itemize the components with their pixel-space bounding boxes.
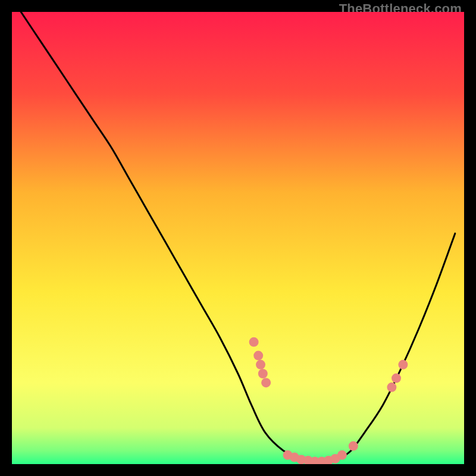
bottleneck-chart [12, 12, 464, 464]
data-marker [349, 441, 358, 451]
data-marker [261, 378, 271, 387]
data-marker [387, 383, 396, 392]
data-marker [337, 450, 347, 460]
data-marker [258, 369, 268, 378]
chart-background-gradient [12, 12, 464, 464]
data-marker [256, 360, 265, 369]
data-marker [398, 360, 408, 369]
data-marker [253, 351, 263, 361]
chart-frame [12, 12, 464, 464]
data-marker [249, 337, 259, 347]
data-marker [392, 374, 401, 383]
